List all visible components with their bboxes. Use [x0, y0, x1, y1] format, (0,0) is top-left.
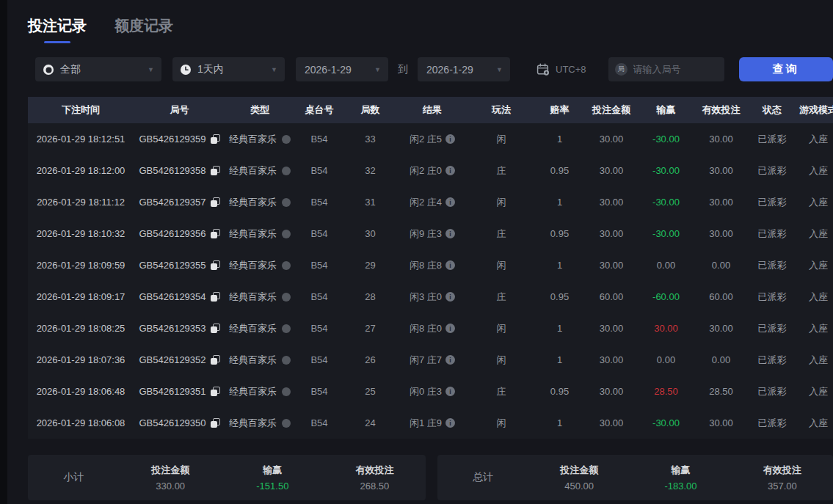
status-cell: 已派彩 [748, 291, 796, 304]
table-id: B54 [310, 260, 327, 271]
play-type: 闲 [497, 322, 506, 335]
subtotal-label: 小计 [28, 471, 120, 484]
play-type: 闲 [497, 417, 506, 430]
status-cell: 已派彩 [748, 322, 796, 335]
game-mode: 入座 [809, 259, 828, 272]
timezone-group: UTC+8 [536, 63, 586, 76]
game-result: 闲2 庄5 [410, 133, 442, 146]
odds-cell: 0.95 [534, 386, 585, 397]
game-type: 经典百家乐 [229, 164, 277, 178]
game-number: 32 [365, 165, 375, 176]
win-loss-cell: -60.00 [638, 291, 694, 302]
game-result: 闲1 庄9 [410, 417, 442, 430]
table-id: B54 [310, 417, 327, 428]
round-id: GB5426129357 [139, 197, 205, 208]
record-dot-icon [282, 135, 291, 144]
game-type-cell: 经典百家乐 [225, 417, 294, 430]
valid-bet-cell: 28.50 [694, 386, 748, 397]
tab-quota-records[interactable]: 额度记录 [114, 16, 173, 43]
bet-time-cell: 2026-01-29 18:09:59 [28, 260, 134, 271]
table-row: 2026-01-29 18:10:32GB5426129356经典百家乐B543… [28, 218, 833, 249]
search-button[interactable]: 查询 [739, 57, 833, 81]
game-type-cell: 经典百家乐 [225, 259, 294, 272]
copy-icon[interactable] [211, 229, 220, 238]
tab-bet-records[interactable]: 投注记录 [28, 16, 87, 43]
odds-cell: 1 [534, 134, 585, 145]
record-dot-icon [282, 167, 291, 175]
date-to-value: 2026-1-29 [426, 64, 473, 76]
game-number: 29 [365, 260, 375, 271]
play-type-cell: 闲 [468, 417, 534, 430]
valid-bet: 30.00 [709, 417, 733, 428]
copy-icon[interactable] [211, 197, 220, 207]
game-result: 闲9 庄3 [410, 227, 442, 241]
game-mode-cell: 入座 [796, 164, 833, 178]
chevron-down-icon: ▼ [374, 66, 381, 73]
info-icon[interactable]: i [445, 260, 455, 270]
copy-icon[interactable] [211, 324, 220, 333]
info-icon[interactable]: i [445, 324, 455, 333]
calendar-timezone-icon[interactable] [536, 63, 550, 76]
chevron-down-icon: ▼ [271, 66, 277, 73]
status-cell: 已派彩 [748, 164, 796, 178]
info-icon[interactable]: i [445, 418, 455, 428]
win-loss: -30.00 [652, 417, 680, 428]
play-type-cell: 庄 [468, 291, 534, 304]
column-header: 下注时间 [28, 103, 134, 117]
copy-icon[interactable] [211, 418, 220, 428]
info-icon[interactable]: i [445, 134, 455, 144]
info-icon[interactable]: i [445, 197, 455, 207]
game-type-dropdown[interactable]: 全部 ▼ [35, 57, 161, 81]
copy-icon[interactable] [211, 134, 220, 144]
game-type-cell: 经典百家乐 [225, 164, 294, 178]
game-result-cell: 闲3 庄0i [396, 291, 468, 304]
bet-time: 2026-01-29 18:08:25 [37, 323, 126, 334]
game-type-value: 全部 [60, 63, 81, 76]
info-icon[interactable]: i [445, 355, 455, 365]
copy-icon[interactable] [211, 166, 220, 175]
copy-icon[interactable] [211, 260, 220, 270]
bet-time: 2026-01-29 18:09:59 [37, 260, 126, 271]
info-icon[interactable]: i [445, 166, 455, 175]
round-number-icon: 局 [615, 63, 628, 76]
date-to-dropdown[interactable]: 2026-1-29 ▼ [418, 57, 510, 81]
record-dot-icon [282, 356, 291, 365]
game-type-cell: 经典百家乐 [225, 291, 294, 304]
bet-amount: 30.00 [600, 228, 624, 239]
copy-icon[interactable] [211, 355, 220, 365]
game-mode: 入座 [809, 354, 828, 367]
info-icon[interactable]: i [445, 387, 455, 396]
time-range-dropdown[interactable]: 1天内 ▼ [172, 57, 285, 81]
game-mode: 入座 [809, 322, 828, 335]
bet-time-cell: 2026-01-29 18:07:36 [28, 354, 134, 365]
status: 已派彩 [758, 259, 787, 272]
status: 已派彩 [758, 291, 787, 304]
round-id-cell: GB5426129357 [134, 197, 225, 208]
odds: 0.95 [550, 228, 569, 239]
game-type: 经典百家乐 [229, 354, 277, 367]
bet-amount: 30.00 [600, 354, 624, 365]
info-icon[interactable]: i [445, 292, 455, 302]
total-winloss-value: -183.00 [630, 481, 731, 492]
game-mode-cell: 入座 [796, 354, 833, 367]
info-icon[interactable]: i [445, 229, 455, 238]
round-id: GB5426129358 [139, 165, 205, 176]
game-result: 闲8 庄0 [410, 322, 442, 335]
game-number-cell: 27 [344, 323, 396, 334]
game-type: 经典百家乐 [229, 259, 277, 272]
column-header: 输赢 [638, 103, 694, 117]
game-type-cell: 经典百家乐 [225, 196, 294, 209]
play-type-cell: 闲 [468, 133, 534, 146]
game-number-cell: 29 [344, 260, 396, 271]
status-cell: 已派彩 [748, 259, 796, 272]
win-loss-cell: -30.00 [638, 165, 694, 176]
game-result: 闲7 庄7 [410, 354, 442, 367]
date-from-dropdown[interactable]: 2026-1-29 ▼ [296, 57, 388, 81]
summary-bar: 小计 投注金额 330.00 输赢 -151.50 有效投注 268.50 总计… [28, 455, 833, 500]
table-id-cell: B54 [294, 134, 344, 145]
table-id-cell: B54 [294, 165, 344, 176]
copy-icon[interactable] [211, 292, 220, 302]
round-number-input[interactable] [633, 64, 718, 75]
copy-icon[interactable] [211, 387, 220, 396]
bet-amount-cell: 30.00 [585, 228, 638, 239]
